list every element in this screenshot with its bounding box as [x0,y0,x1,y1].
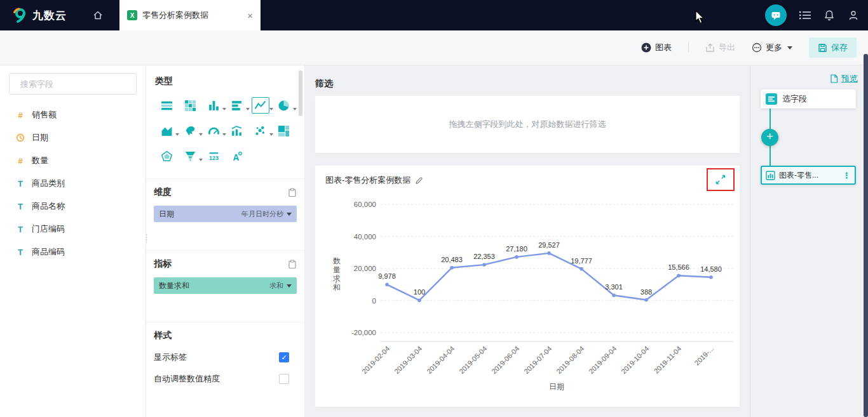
filter-dropzone[interactable]: 拖拽左侧字段到此处，对原始数据进行筛选 [315,96,740,153]
home-icon [92,10,104,21]
mouse-cursor [695,10,705,24]
svg-text:20,000: 20,000 [354,265,376,272]
scatter-chart-icon[interactable] [252,122,269,139]
field-item[interactable]: T门店编码 [0,218,146,241]
plus-circle-icon [641,43,651,53]
field-item[interactable]: 日期 [0,126,146,149]
style-option-checkbox[interactable] [279,374,289,384]
combo-chart-icon[interactable] [228,122,246,139]
notification-button[interactable] [824,10,835,21]
support-chat-button[interactable] [765,4,787,26]
field-label: 数量 [32,155,48,166]
svg-text:2019-...: 2019-... [693,345,715,367]
map-chart-icon[interactable] [181,122,199,139]
node-select-fields[interactable]: 选字段 [761,89,856,109]
style-section-title: 样式 [154,330,297,341]
task-list-button[interactable] [799,11,811,20]
field-item[interactable]: #数量 [0,149,146,172]
measure-section: 指标 数量求和 求和 [146,250,304,322]
svg-text:2019-02-04: 2019-02-04 [360,345,391,375]
export-label: 导出 [719,42,735,53]
line-chart-icon[interactable] [252,97,269,114]
text-field-icon: T [15,202,25,211]
save-button[interactable]: 保存 [809,37,857,58]
more-button[interactable]: 更多 [752,42,792,53]
svg-text:2019-05-04: 2019-05-04 [458,345,488,375]
expand-button[interactable] [715,174,726,185]
dropdown-caret-icon [269,108,273,110]
field-label: 门店编码 [32,223,65,235]
node-label: 选字段 [782,93,807,105]
svg-text:-20,000: -20,000 [351,329,376,336]
svg-text:14,580: 14,580 [700,265,722,273]
clipboard-icon[interactable] [288,260,297,269]
node-menu-icon[interactable]: ⋮ [843,171,851,180]
column-chart-icon[interactable] [205,97,222,114]
svg-text:123: 123 [209,155,219,161]
field-label: 商品名称 [32,201,65,212]
svg-text:2019-03-04: 2019-03-04 [393,345,423,375]
svg-text:20,483: 20,483 [441,256,463,263]
fields-panel: #销售额日期#数量T商品类别T商品名称T门店编码T商品编码 ⋮⋮ [0,65,146,417]
wordcloud-icon[interactable]: A [228,148,246,164]
clipboard-icon[interactable] [288,188,297,197]
style-option-checkbox[interactable] [279,352,289,362]
field-item[interactable]: T商品类别 [0,172,146,195]
svg-text:0: 0 [372,297,376,305]
dimension-section: 维度 日期 年月日时分秒 [146,178,304,250]
add-chart-button[interactable]: 图表 [641,42,672,53]
add-node-button[interactable]: + [761,129,778,146]
svg-text:100: 100 [414,288,425,296]
panel-resize-handle[interactable]: ⋮⋮ [143,235,149,241]
chevron-down-icon[interactable] [287,213,292,216]
bar-chart-icon[interactable] [228,97,246,114]
toolbar-divider [688,43,689,53]
filter-section-title: 筛选 [315,78,740,89]
date-field-icon [15,133,25,142]
text-field-icon: T [15,225,25,234]
measure-field-pill[interactable]: 数量求和 求和 [154,277,297,294]
app-logo[interactable]: 九数云 [0,7,81,23]
config-scrollbar[interactable] [299,70,302,116]
export-icon [705,43,715,53]
svg-text:求: 求 [332,274,341,283]
text-field-icon: T [15,248,25,257]
account-button[interactable] [848,10,859,21]
svg-text:388: 388 [641,288,652,296]
dimension-field-pill[interactable]: 日期 年月日时分秒 [154,206,297,222]
field-item[interactable]: T商品编码 [0,241,146,263]
funnel-chart-icon[interactable] [181,148,199,164]
preview-link[interactable]: 预览 [830,73,858,84]
number-field-icon: # [15,156,25,166]
area-chart-icon[interactable] [158,122,175,139]
measure-section-title: 指标 [154,258,172,270]
edit-pencil-icon[interactable] [415,176,423,185]
tab-close-icon[interactable]: × [247,11,253,20]
cross-table-icon[interactable] [181,97,199,114]
toolbar: 图表 导出 更多 保存 [0,30,868,65]
radar-chart-icon[interactable] [158,148,175,164]
field-search-input[interactable] [20,79,132,89]
dimension-field-label: 日期 [159,209,174,220]
kpi-card-icon[interactable]: 123 [205,148,222,164]
save-icon [818,43,827,53]
pie-chart-icon[interactable] [275,97,293,114]
dropdown-caret-icon [199,159,203,161]
add-chart-label: 图表 [655,42,672,53]
flow-panel: 预览 选字段 + 图表-零售... ⋮ [750,65,868,417]
document-tab[interactable]: X 零售分析案例数据 × [119,0,261,30]
home-button[interactable] [85,0,111,30]
treemap-chart-icon[interactable] [275,122,293,139]
node-chart-selected[interactable]: 图表-零售... ⋮ [761,166,856,185]
gauge-chart-icon[interactable] [205,122,222,139]
group-table-icon[interactable] [158,97,175,114]
page-scrollbar[interactable] [864,54,868,417]
chart-card-title: 图表-零售分析案例数据 [325,175,410,186]
chevron-down-icon[interactable] [287,284,292,288]
field-item[interactable]: #销售额 [0,103,146,126]
annotation-highlight [707,168,735,191]
number-field-icon: # [15,110,25,120]
field-item[interactable]: T商品名称 [0,195,146,218]
export-button[interactable]: 导出 [705,42,735,53]
topbar: 九数云 X 零售分析案例数据 × [0,0,868,30]
